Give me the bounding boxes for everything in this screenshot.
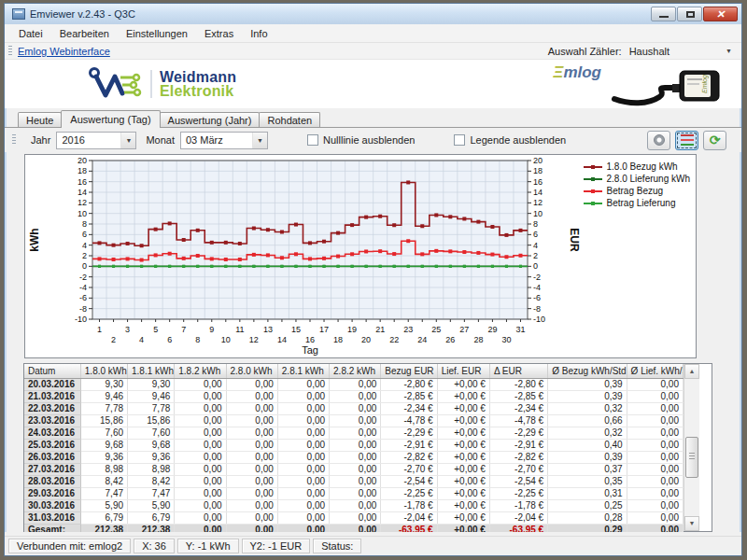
checkbox-hide-legend[interactable]: Legende ausblenden: [454, 134, 566, 146]
grid-value-cell[interactable]: 0,00: [226, 439, 277, 451]
grid-value-cell[interactable]: +0,00 €: [437, 439, 489, 451]
toolstrip-grip-icon[interactable]: [8, 46, 12, 57]
grid-value-cell[interactable]: 0,00: [330, 439, 381, 451]
grid-value-cell[interactable]: 0,32: [548, 402, 627, 414]
grid-data-row[interactable]: 28.03.20168,428,420,000,000,000,00-2,54 …: [24, 475, 684, 487]
series-settings-button[interactable]: [675, 131, 698, 150]
grid-value-cell[interactable]: 0,00: [627, 475, 683, 487]
grid-value-cell[interactable]: 0,00: [277, 451, 329, 463]
grid-value-cell[interactable]: +0,00 €: [437, 451, 489, 463]
grid-date-cell[interactable]: 29.03.2016: [24, 487, 80, 499]
grid-data-row[interactable]: 23.03.201615,8615,860,000,000,000,00-4,7…: [24, 414, 684, 427]
tab-heute[interactable]: Heute: [18, 112, 62, 128]
grid-value-cell[interactable]: 0,00: [175, 463, 226, 475]
grid-data-row[interactable]: 27.03.20168,988,980,000,000,000,00-2,70 …: [24, 463, 684, 475]
menu-item-info[interactable]: Info: [242, 26, 275, 41]
checkbox-hide-nullline[interactable]: Nulllinie ausblenden: [307, 134, 415, 146]
grid-value-cell[interactable]: 0,66: [548, 414, 627, 427]
grid-header-cell[interactable]: 2.8.0 kWh: [226, 364, 277, 378]
grid-date-cell[interactable]: 21.03.2016: [24, 390, 80, 402]
grid-header-cell[interactable]: Lief. EUR: [437, 364, 489, 378]
grid-value-cell[interactable]: -2,70 €: [489, 463, 547, 475]
grid-value-cell[interactable]: 0,00: [226, 463, 277, 475]
grid-value-cell[interactable]: -2,34 €: [381, 402, 437, 414]
grid-data-row[interactable]: 29.03.20167,477,470,000,000,000,00-2,25 …: [24, 487, 684, 499]
toolbar-grip-icon[interactable]: [12, 134, 16, 146]
grid-value-cell[interactable]: 5,90: [128, 499, 175, 511]
grid-value-cell[interactable]: -2,80 €: [381, 378, 437, 390]
grid-data-row[interactable]: 21.03.20169,469,460,000,000,000,00-2,85 …: [24, 390, 684, 402]
grid-value-cell[interactable]: 0,00: [627, 414, 683, 427]
grid-value-cell[interactable]: 0,00: [175, 427, 226, 439]
grid-value-cell[interactable]: 0,00: [330, 402, 381, 414]
grid-value-cell[interactable]: 9,68: [128, 439, 175, 451]
title-bar[interactable]: Emviewer v.2.43 - Q3C ✕: [5, 4, 741, 24]
grid-value-cell[interactable]: -2,34 €: [489, 402, 547, 414]
grid-value-cell[interactable]: 0,00: [175, 499, 226, 511]
grid-value-cell[interactable]: -2,25 €: [381, 487, 437, 499]
grid-value-cell[interactable]: -2,54 €: [381, 475, 437, 487]
grid-value-cell[interactable]: 0,00: [226, 390, 277, 402]
tab-auswertung-tag[interactable]: Auswertung (Tag): [61, 110, 160, 128]
grid-data-row[interactable]: 24.03.20167,607,600,000,000,000,00-2,29 …: [24, 427, 684, 439]
grid-value-cell[interactable]: 0,00: [330, 511, 381, 524]
grid-value-cell[interactable]: 0,00: [627, 499, 683, 511]
grid-value-cell[interactable]: 0,00: [175, 511, 226, 524]
grid-value-cell[interactable]: 0,00: [226, 402, 277, 414]
grid-value-cell[interactable]: -2,29 €: [381, 427, 437, 439]
grid-data-row[interactable]: 30.03.20165,905,900,000,000,000,00-1,78 …: [24, 499, 684, 511]
grid-value-cell[interactable]: 0,00: [627, 390, 683, 402]
grid-value-cell[interactable]: 8,98: [128, 463, 175, 475]
grid-date-cell[interactable]: 28.03.2016: [24, 475, 80, 487]
grid-value-cell[interactable]: -2,82 €: [489, 451, 547, 463]
grid-value-cell[interactable]: 0,00: [277, 487, 329, 499]
grid-value-cell[interactable]: +0,00 €: [437, 414, 489, 427]
grid-value-cell[interactable]: -2,54 €: [489, 475, 547, 487]
checkbox-hide-legend-box[interactable]: [454, 134, 465, 146]
grid-header-cell[interactable]: Bezug EUR: [381, 364, 437, 378]
grid-value-cell[interactable]: 0,00: [627, 487, 683, 499]
grid-value-cell[interactable]: 0,00: [226, 414, 277, 427]
grid-value-cell[interactable]: 0,40: [548, 439, 627, 451]
grid-value-cell[interactable]: 7,47: [80, 487, 127, 499]
grid-value-cell[interactable]: 9,68: [80, 439, 127, 451]
grid-value-cell[interactable]: -4,78 €: [489, 414, 547, 427]
grid-value-cell[interactable]: 0,00: [175, 475, 226, 487]
grid-value-cell[interactable]: 0,00: [330, 451, 381, 463]
grid-data-row[interactable]: 31.03.20166,796,790,000,000,000,00-2,04 …: [24, 511, 684, 524]
grid-value-cell[interactable]: -1,78 €: [381, 499, 437, 511]
grid-value-cell[interactable]: 0,00: [175, 414, 226, 427]
grid-scroll-down-icon[interactable]: ▼: [684, 516, 699, 531]
grid-value-cell[interactable]: 0,00: [277, 390, 329, 402]
grid-value-cell[interactable]: -1,78 €: [489, 499, 547, 511]
grid-value-cell[interactable]: 0,37: [548, 463, 627, 475]
grid-value-cell[interactable]: 9,36: [80, 451, 127, 463]
grid-value-cell[interactable]: +0,00 €: [437, 487, 489, 499]
month-select[interactable]: 03 März ▼: [180, 132, 268, 149]
minimize-button[interactable]: [651, 7, 676, 21]
grid-data-row[interactable]: 22.03.20167,787,780,000,000,000,00-2,34 …: [24, 402, 684, 414]
close-button[interactable]: ✕: [703, 7, 738, 21]
grid-header-cell[interactable]: 1.8.0 kWh: [80, 364, 127, 378]
grid-value-cell[interactable]: 0,00: [330, 427, 381, 439]
grid-value-cell[interactable]: +0,00 €: [437, 499, 489, 511]
grid-value-cell[interactable]: 0,00: [330, 414, 381, 427]
grid-value-cell[interactable]: 0,00: [627, 451, 683, 463]
grid-value-cell[interactable]: 0,00: [226, 487, 277, 499]
grid-value-cell[interactable]: 0,00: [627, 439, 683, 451]
grid-value-cell[interactable]: 0,00: [277, 499, 329, 511]
grid-value-cell[interactable]: -2,91 €: [381, 439, 437, 451]
grid-value-cell[interactable]: -2,04 €: [489, 511, 547, 524]
grid-header-cell[interactable]: 1.8.2 kWh: [175, 364, 226, 378]
grid-value-cell[interactable]: +0,00 €: [437, 463, 489, 475]
grid-value-cell[interactable]: 0,25: [548, 499, 627, 511]
grid-value-cell[interactable]: 0,00: [226, 378, 277, 390]
menu-item-einstellungen[interactable]: Einstellungen: [118, 26, 196, 41]
grid-value-cell[interactable]: 0,00: [277, 439, 329, 451]
grid-value-cell[interactable]: 0,00: [226, 427, 277, 439]
menu-item-datei[interactable]: Datei: [10, 26, 51, 41]
grid-value-cell[interactable]: 7,78: [80, 402, 127, 414]
grid-date-cell[interactable]: 30.03.2016: [24, 499, 80, 511]
grid-value-cell[interactable]: 8,98: [80, 463, 127, 475]
grid-value-cell[interactable]: 9,36: [128, 451, 175, 463]
